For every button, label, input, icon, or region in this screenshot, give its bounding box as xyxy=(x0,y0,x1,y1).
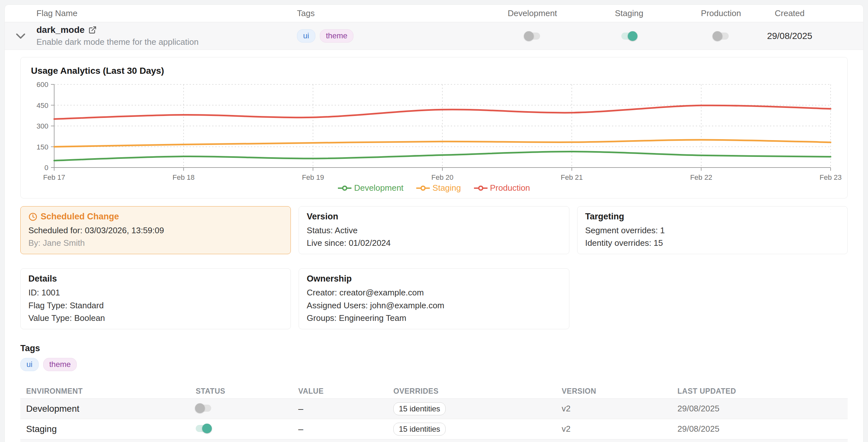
details-card: Details ID: 1001 Flag Type: Standard Val… xyxy=(20,268,291,329)
env-row-development: Development – 15 identities v2 29/08/202… xyxy=(20,399,848,419)
usage-analytics-chart: 0150300450600Feb 17Feb 18Feb 19Feb 20Feb… xyxy=(29,80,839,180)
column-created: Created xyxy=(765,8,863,19)
groups: Groups: Engineering Team xyxy=(307,313,561,323)
scheduled-change-title: Scheduled Change xyxy=(41,212,119,222)
legend-line-icon xyxy=(416,185,430,191)
env-development-toggle[interactable] xyxy=(196,405,211,412)
value-type: Value Type: Boolean xyxy=(28,313,283,323)
svg-text:Feb 21: Feb 21 xyxy=(561,173,583,181)
scheduled-by-text: By: Jane Smith xyxy=(28,238,283,248)
svg-text:450: 450 xyxy=(36,101,49,109)
env-development-value: – xyxy=(298,404,393,414)
ownership-card: Ownership Creator: creator@example.com A… xyxy=(299,268,569,329)
tags-section: Tags ui theme xyxy=(20,343,848,371)
version-card: Version Status: Active Live since: 01/02… xyxy=(299,206,569,254)
environments-table: ENVIRONMENT STATUS VALUE OVERRIDES VERSI… xyxy=(20,384,848,442)
targeting-card: Targeting Segment overrides: 1 Identity … xyxy=(577,206,848,254)
legend-item-development[interactable]: Development xyxy=(338,183,403,193)
flag-name: dark_mode xyxy=(36,25,85,35)
env-col-environment: ENVIRONMENT xyxy=(26,387,196,396)
tag-pill-theme: theme xyxy=(43,358,77,371)
column-staging: Staging xyxy=(581,8,677,19)
svg-text:150: 150 xyxy=(36,143,49,151)
svg-text:600: 600 xyxy=(36,80,49,89)
version-card-title: Version xyxy=(307,212,561,222)
chart-legend: Development Staging Production xyxy=(29,183,839,193)
env-col-last-updated: LAST UPDATED xyxy=(677,387,848,396)
svg-text:300: 300 xyxy=(36,122,49,130)
env-development-version: v2 xyxy=(562,404,677,414)
env-row-staging: Staging – 15 identities v2 29/08/2025 xyxy=(20,419,848,439)
external-link-icon[interactable] xyxy=(88,26,97,34)
legend-line-icon xyxy=(338,185,351,191)
env-staging-version: v2 xyxy=(562,424,677,434)
flag-detail-body: Usage Analytics (Last 30 Days) 015030045… xyxy=(5,50,863,442)
tag-pill-ui: ui xyxy=(297,29,315,42)
env-staging-value: – xyxy=(298,424,393,434)
env-staging-last-updated: 29/08/2025 xyxy=(677,424,848,434)
segment-overrides: Segment overrides: 1 xyxy=(585,226,840,236)
env-staging-overrides-badge[interactable]: 15 identities xyxy=(393,423,445,436)
legend-line-icon xyxy=(474,185,488,191)
production-toggle[interactable] xyxy=(713,33,729,40)
clock-icon xyxy=(28,212,37,221)
flag-detail-panel: Flag Name Tags Development Staging Produ… xyxy=(4,4,864,442)
flag-row-dark-mode[interactable]: dark_mode Enable dark mode theme for the… xyxy=(5,22,863,50)
env-col-value: VALUE xyxy=(298,387,393,396)
svg-text:Feb 22: Feb 22 xyxy=(690,173,712,181)
env-row-production: Production – 15 identities v1 29/08/2025 xyxy=(20,439,848,442)
legend-item-production[interactable]: Production xyxy=(474,183,530,193)
column-tags: Tags xyxy=(297,8,484,19)
env-col-overrides: OVERRIDES xyxy=(393,387,562,396)
tag-pill-theme: theme xyxy=(320,29,354,42)
env-col-status: STATUS xyxy=(196,387,298,396)
flag-type: Flag Type: Standard xyxy=(28,301,283,311)
version-status: Status: Active xyxy=(307,226,561,236)
creator: Creator: creator@example.com xyxy=(307,288,561,298)
usage-analytics-card: Usage Analytics (Last 30 Days) 015030045… xyxy=(20,57,848,199)
expand-collapse-button[interactable] xyxy=(5,33,36,39)
version-live-since: Live since: 01/02/2024 xyxy=(307,238,561,248)
assigned-users: Assigned Users: john@example.com xyxy=(307,301,561,311)
svg-text:Feb 20: Feb 20 xyxy=(431,173,454,181)
environments-table-header: ENVIRONMENT STATUS VALUE OVERRIDES VERSI… xyxy=(20,384,848,399)
svg-text:Feb 18: Feb 18 xyxy=(173,173,195,181)
env-development-last-updated: 29/08/2025 xyxy=(677,404,848,414)
chart-title: Usage Analytics (Last 30 Days) xyxy=(31,66,839,76)
svg-text:Feb 23: Feb 23 xyxy=(819,173,842,181)
staging-toggle[interactable] xyxy=(621,33,637,40)
column-flag-name: Flag Name xyxy=(36,8,297,19)
flag-id: ID: 1001 xyxy=(28,288,283,298)
chevron-down-icon xyxy=(16,33,26,39)
flag-table-header: Flag Name Tags Development Staging Produ… xyxy=(5,5,863,22)
svg-text:0: 0 xyxy=(44,164,49,172)
scheduled-change-card: Scheduled Change Scheduled for: 03/03/20… xyxy=(20,206,291,254)
svg-text:Feb 19: Feb 19 xyxy=(302,173,324,181)
env-development-overrides-badge[interactable]: 15 identities xyxy=(393,402,445,415)
column-production: Production xyxy=(677,8,765,19)
tags-heading: Tags xyxy=(20,343,848,353)
column-development: Development xyxy=(484,8,581,19)
tag-pill-ui: ui xyxy=(20,358,39,371)
scheduled-for-text: Scheduled for: 03/03/2026, 13:59:09 xyxy=(28,226,283,236)
env-col-version: VERSION xyxy=(562,387,677,396)
details-card-title: Details xyxy=(28,274,283,284)
ownership-card-title: Ownership xyxy=(307,274,561,284)
flag-created-date: 29/08/2025 xyxy=(765,31,863,41)
development-toggle[interactable] xyxy=(525,33,540,40)
targeting-card-title: Targeting xyxy=(585,212,840,222)
svg-text:Feb 17: Feb 17 xyxy=(43,173,65,181)
identity-overrides: Identity overrides: 15 xyxy=(585,238,840,248)
flag-description: Enable dark mode theme for the applicati… xyxy=(36,37,297,47)
env-staging-toggle[interactable] xyxy=(196,425,211,432)
legend-item-staging[interactable]: Staging xyxy=(416,183,461,193)
